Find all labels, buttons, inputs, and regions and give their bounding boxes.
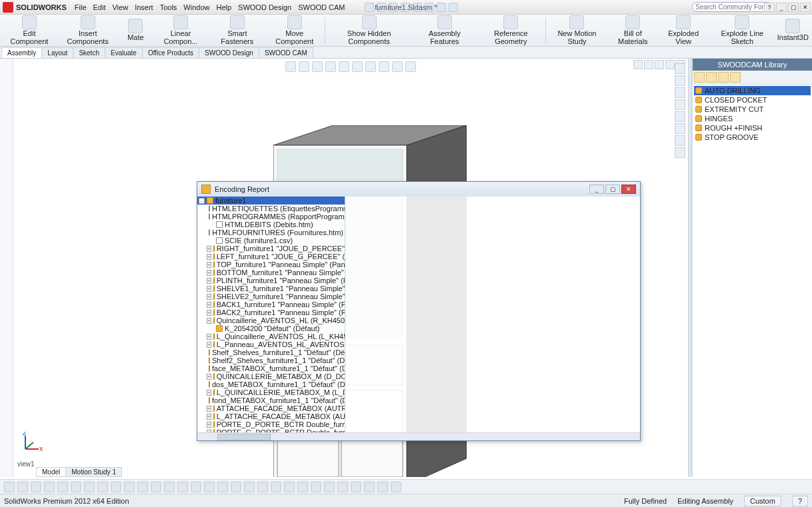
sketch-tool-icon[interactable]: [4, 482, 15, 492]
sketch-tool-icon[interactable]: [57, 482, 68, 492]
tree-node[interactable]: dos_METABOX_furniture1_1 "Défaut" (Défau…: [197, 380, 345, 388]
tree-node[interactable]: fond_METABOX_furniture1_1 "Défaut" (Défa…: [197, 396, 345, 404]
tree-node[interactable]: +RIGHT_furniture1 "JOUE_D_PERCEE" (JOUE_…: [197, 245, 345, 253]
taskpane-icon[interactable]: [675, 135, 685, 146]
cmd-assembly-features[interactable]: Assembly Features: [413, 15, 477, 46]
sketch-tool-icon[interactable]: [204, 482, 215, 492]
tree-node[interactable]: Shelf_Shelves_furniture1_1 "Défaut" (Déf…: [197, 348, 345, 356]
sketch-tool-icon[interactable]: [84, 482, 95, 492]
sketch-tool-icon[interactable]: [44, 482, 55, 492]
sketch-tool-icon[interactable]: [177, 482, 188, 492]
sketch-tool-icon[interactable]: [257, 482, 268, 492]
panel-tool-icon[interactable]: [730, 72, 741, 83]
section-view-icon[interactable]: [325, 61, 336, 72]
tab-sketch[interactable]: Sketch: [73, 47, 105, 58]
tree-node[interactable]: +L_Panneau_AVENTOS_HL_AVENTOS HL_furnitu…: [197, 340, 345, 348]
cmd-linear-compon-[interactable]: Linear Compon...: [152, 15, 209, 46]
sketch-tool-icon[interactable]: [124, 482, 135, 492]
tree-node[interactable]: SCIE (furniture1.csv): [197, 237, 345, 245]
expand-icon[interactable]: +: [207, 278, 211, 284]
library-item[interactable]: ROUGH +FINISH: [694, 123, 811, 133]
zoom-fit-icon[interactable]: [285, 61, 296, 72]
tree-node[interactable]: +BACK2_furniture1 "Panneau Simple" (Pann…: [197, 308, 345, 316]
taskpane-icon[interactable]: [675, 99, 685, 110]
qat-icon[interactable]: [437, 3, 446, 12]
viewport-icon[interactable]: [633, 60, 643, 69]
taskpane-icon[interactable]: [675, 63, 685, 74]
dialog-hscrollbar[interactable]: [197, 432, 640, 440]
qat-icon[interactable]: [365, 3, 374, 12]
menu-insert[interactable]: Insert: [135, 3, 153, 11]
sketch-tool-icon[interactable]: [297, 482, 308, 492]
sketch-tool-icon[interactable]: [231, 482, 241, 492]
tree-node[interactable]: +BOTTOM_furniture1 "Panneau Simple" (Pan…: [197, 268, 345, 276]
hide-show-icon[interactable]: [365, 61, 376, 72]
minimize-icon[interactable]: _: [776, 3, 787, 12]
tree-node[interactable]: face_METABOX_furniture1_1 "Défaut" (Défa…: [197, 364, 345, 372]
scrollbar-thumb[interactable]: [217, 434, 271, 440]
scene-icon[interactable]: [379, 61, 389, 72]
sketch-tool-icon[interactable]: [151, 482, 161, 492]
dialog-maximize-icon[interactable]: ▢: [605, 185, 620, 194]
sketch-tool-icon[interactable]: [17, 482, 28, 492]
taskpane-icon[interactable]: [675, 87, 685, 98]
cmd-mate[interactable]: Mate: [119, 15, 151, 46]
sketch-tool-icon[interactable]: [137, 482, 148, 492]
tree-node[interactable]: K_2054200 "Défaut" (Défaut): [197, 324, 345, 332]
tree-node[interactable]: +SHELVE2_furniture1 "Panneau Simple" (Pa…: [197, 292, 345, 300]
tree-node[interactable]: +SHELVE1_furniture1 "Panneau Simple" (Pa…: [197, 284, 345, 292]
tab-swood-design[interactable]: SWOOD Design: [199, 47, 259, 58]
expand-icon[interactable]: +: [207, 374, 211, 380]
expand-icon[interactable]: +: [207, 254, 211, 260]
sketch-tool-icon[interactable]: [391, 482, 401, 492]
sketch-tool-icon[interactable]: [71, 482, 81, 492]
sketch-tool-icon[interactable]: [244, 482, 255, 492]
menu-help[interactable]: Help: [216, 3, 231, 11]
library-item[interactable]: EXTREMITY CUT: [694, 105, 811, 114]
tree-node[interactable]: +ATTACHE_FACADE_METABOX (AUTRE_VISSER_ST…: [197, 404, 345, 412]
menu-swood-design[interactable]: SWOOD Design: [238, 3, 291, 11]
expand-icon[interactable]: +: [207, 342, 211, 348]
sketch-tool-icon[interactable]: [191, 482, 201, 492]
tree-node[interactable]: +L_ATTACHE_FACADE_METABOX (AUTRE_VISSER_…: [197, 412, 345, 420]
panel-tool-icon[interactable]: [718, 72, 729, 83]
library-item[interactable]: CLOSED POCKET: [694, 95, 811, 105]
expand-icon[interactable]: +: [207, 270, 211, 276]
library-item[interactable]: HINGES: [694, 114, 811, 123]
zoom-area-icon[interactable]: [299, 61, 309, 72]
viewport-icon[interactable]: [665, 60, 675, 69]
collapse-icon[interactable]: -: [199, 198, 205, 204]
cmd-reference-geometry[interactable]: Reference Geometry: [477, 15, 545, 46]
expand-icon[interactable]: +: [207, 390, 211, 396]
sketch-tool-icon[interactable]: [284, 482, 295, 492]
sketch-tool-icon[interactable]: [337, 482, 348, 492]
cmd-instant3d[interactable]: Instant3D: [777, 15, 809, 46]
expand-icon[interactable]: +: [207, 262, 211, 268]
expand-icon[interactable]: +: [207, 310, 211, 316]
tree-node[interactable]: Shelf2_Shelves_furniture1_1 "Défaut" (Dé…: [197, 356, 345, 364]
expand-icon[interactable]: +: [207, 286, 211, 292]
menu-edit[interactable]: Edit: [93, 3, 106, 11]
apply-scene-icon[interactable]: [392, 61, 403, 72]
library-item[interactable]: AUTO DRILLING: [694, 86, 811, 95]
expand-icon[interactable]: +: [207, 246, 211, 252]
sketch-tool-icon[interactable]: [324, 482, 335, 492]
tab-swood-cam[interactable]: SWOOD CAM: [259, 47, 313, 58]
tree-node[interactable]: +L_Quincaillerie_AVENTOS_HL (L_KH450-580…: [197, 332, 345, 340]
cmd-move-component[interactable]: Move Component: [265, 15, 324, 46]
sketch-tool-icon[interactable]: [351, 482, 361, 492]
close-icon[interactable]: ✕: [800, 3, 811, 12]
prev-view-icon[interactable]: [312, 61, 323, 72]
sketch-tool-icon[interactable]: [111, 482, 121, 492]
cmd-new-motion-study[interactable]: New Motion Study: [547, 15, 607, 46]
menu-file[interactable]: File: [75, 3, 87, 11]
expand-icon[interactable]: +: [207, 302, 211, 308]
sketch-tool-icon[interactable]: [97, 482, 108, 492]
tree-node[interactable]: +BACK1_furniture1 "Panneau Simple" (Pann…: [197, 300, 345, 308]
expand-icon[interactable]: +: [207, 334, 211, 340]
expand-icon[interactable]: +: [207, 294, 211, 300]
tab-layout[interactable]: Layout: [41, 47, 73, 58]
search-input[interactable]: [692, 2, 772, 12]
dialog-tree[interactable]: -furniture1HTMLETIQUETTES (EtiquettesPro…: [197, 197, 345, 432]
expand-icon[interactable]: +: [207, 318, 211, 324]
